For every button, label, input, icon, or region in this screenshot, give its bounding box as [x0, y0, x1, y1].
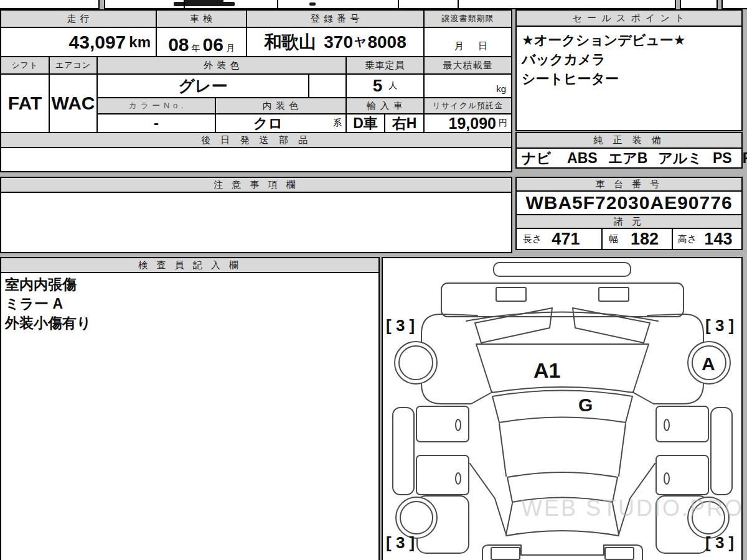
- front-bumper-right-rect: [599, 287, 629, 301]
- transfer-month-label: 月: [454, 40, 464, 52]
- inspection-header: 車 検: [156, 9, 247, 28]
- door-handle: [456, 473, 461, 484]
- later-parts-header: 後 日 発 送 部 品: [0, 132, 512, 148]
- transfer-docs-value: 月日: [423, 27, 512, 57]
- cropped-cell: [680, 0, 718, 9]
- inspector-line: 外装小傷有り: [5, 314, 375, 333]
- spec-width-label: 幅: [609, 233, 618, 245]
- transfer-docs-header: 譲渡書類期限: [423, 9, 512, 28]
- auction-sheet: 走 行 車 検 登 録 番 号 譲渡書類期限 43,097km 08年06月 和…: [0, 0, 747, 560]
- inspection-month-unit: 月: [226, 43, 235, 54]
- exterior-color-value: グレー: [96, 73, 309, 98]
- aircon-header: エアコン: [49, 56, 98, 75]
- spec-length: 長さ471: [515, 228, 603, 250]
- inspection-month: 06: [203, 34, 223, 55]
- door-handle: [664, 419, 669, 431]
- inspector-line: 室内内張傷: [5, 275, 375, 294]
- inspection-value: 08年06月: [156, 27, 247, 57]
- equipment-header: 純 正 装 備: [515, 132, 743, 149]
- inspector-body: 室内内張傷 ミラー A 外装小傷有り: [0, 272, 380, 560]
- sales-points-header: セ ー ル ス ポ イ ン ト: [515, 9, 743, 27]
- wheel-damage-mark: A: [702, 353, 715, 374]
- registration-kana: ヤ: [354, 34, 366, 50]
- equipment-item: PW: [743, 150, 747, 167]
- cabin-side-left: [499, 424, 506, 476]
- windshield: [492, 391, 632, 423]
- wheel-front-left: [395, 342, 437, 384]
- rear-bumper-right-rect: [605, 548, 634, 559]
- capacity-number: 5: [373, 76, 383, 96]
- tire-mark-rear-right: [ 3 ]: [705, 533, 734, 552]
- import-header: 輸 入 車: [345, 97, 425, 114]
- exterior-color-extra-cell: [308, 73, 347, 98]
- interior-color-suffix: 系: [333, 118, 342, 129]
- later-parts-value: [0, 147, 512, 172]
- shift-header: シフト: [0, 56, 50, 75]
- registration-area: 和歌山: [264, 30, 316, 54]
- front-bumper-strip: [494, 263, 631, 276]
- front-bumper-left-rect: [496, 287, 526, 301]
- trunk-lid: [506, 531, 619, 536]
- cropped-cell: [104, 0, 676, 9]
- equipment-item: ABS: [567, 150, 598, 167]
- mileage-number: 43,097: [69, 32, 126, 53]
- pillar-line-left: [470, 464, 506, 534]
- cropped-text-fragment: [174, 2, 235, 6]
- sales-points-body: ★オークションデビュー★ バックカメラ シートヒーター: [515, 26, 743, 131]
- car-top-view-diagram: [ 3 ] [ 3 ] [ 3 ] [ 3 ] A1 G A WEB STUDI…: [383, 258, 741, 560]
- sales-point-line: ★オークションデビュー★: [522, 30, 736, 50]
- chassis-header: 車 台 番 号: [515, 177, 743, 192]
- interior-color-name: クロ: [253, 114, 283, 133]
- recycle-amount: 19,090: [449, 114, 496, 133]
- spec-width: 幅182: [601, 228, 673, 250]
- equipment-item: ナビ: [522, 149, 551, 168]
- tire-mark-rear-left: [ 3 ]: [386, 533, 415, 552]
- shift-value: FAT: [0, 73, 50, 133]
- mileage-unit: km: [129, 34, 151, 51]
- headlight-left: [475, 308, 552, 343]
- registration-class: 370: [324, 32, 353, 52]
- capacity-unit: 人: [388, 80, 397, 91]
- hood-damage-mark: A1: [533, 358, 560, 382]
- mileage-header: 走 行: [0, 9, 157, 28]
- tire-mark-front-left: [ 3 ]: [386, 316, 415, 335]
- recycle-header: リサイクル預託金: [423, 97, 512, 114]
- door-rear-left: [416, 455, 469, 495]
- inspection-year: 08: [168, 34, 189, 55]
- spec-height-label: 高さ: [678, 233, 697, 245]
- import-value-domestic: D車: [345, 113, 385, 133]
- capacity-header: 乗車定員: [345, 56, 425, 75]
- registration-header: 登 録 番 号: [246, 9, 425, 28]
- chassis-value: WBA5F72030AE90776: [515, 190, 743, 215]
- recycle-value: 19,090円: [423, 113, 512, 133]
- transfer-day-label: 日: [478, 40, 487, 52]
- notes-header: 注 意 事 項 欄: [0, 177, 512, 193]
- registration-value: 和歌山370ヤ8008: [246, 27, 425, 57]
- spec-length-value: 471: [552, 230, 580, 249]
- cropped-cell: [0, 0, 100, 9]
- cropped-cell: [721, 0, 747, 9]
- aircon-value: WAC: [49, 73, 98, 133]
- interior-color-value: クロ系: [215, 113, 347, 133]
- spec-width-value: 182: [631, 230, 659, 249]
- damage-diagram-box: [ 3 ] [ 3 ] [ 3 ] [ 3 ] A1 G A WEB STUDI…: [382, 257, 743, 560]
- rear-bumper-left-rect: [491, 548, 520, 559]
- spec-height-value: 143: [704, 230, 732, 249]
- cropped-text-fragment: [185, 0, 223, 2]
- rocker-right: [711, 408, 732, 495]
- notes-body: [0, 192, 512, 253]
- equipment-item: エアB: [608, 149, 648, 168]
- cropped-text-fragment: [309, 2, 316, 6]
- headlight-right: [573, 308, 650, 343]
- inspector-header: 検 査 員 記 入 欄: [0, 257, 380, 273]
- color-no-value: -: [96, 113, 216, 133]
- sales-point-line: シートヒーター: [522, 69, 736, 88]
- registration-number: 8008: [367, 32, 406, 52]
- exterior-color-header: 外 装 色: [96, 56, 347, 75]
- recycle-unit: 円: [499, 118, 507, 129]
- spec-height: 高さ143: [672, 228, 743, 250]
- trunk-side-left: [506, 503, 512, 534]
- equipment-item: アルミ: [658, 149, 702, 168]
- tire-mark-front-right: [ 3 ]: [705, 316, 734, 335]
- cowl-damage-mark: G: [578, 394, 593, 415]
